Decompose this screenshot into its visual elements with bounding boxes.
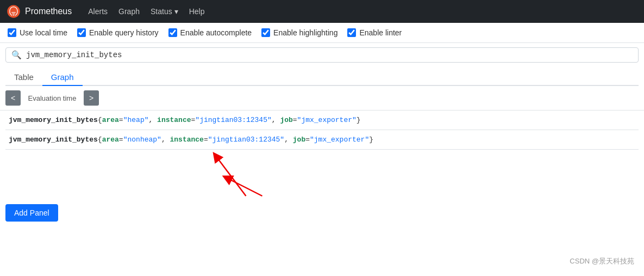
svg-line-7: [227, 178, 262, 196]
svg-rect-3: [13, 15, 15, 16]
options-bar: Use local time Enable query history Enab…: [0, 23, 644, 43]
nav-help[interactable]: Help: [184, 0, 210, 23]
svg-rect-1: [11, 12, 16, 13]
checkbox-use-local-time[interactable]: [8, 28, 16, 37]
nav-status[interactable]: Status ▾: [145, 0, 184, 23]
result-row-2: jvm_memory_init_bytes{area="nonheap", in…: [5, 130, 639, 150]
eval-label: Evaluation time: [25, 94, 79, 102]
option-use-local-time[interactable]: Use local time: [8, 28, 67, 37]
checkbox-enable-linter[interactable]: [347, 28, 356, 37]
tabs: Table Graph: [5, 67, 639, 86]
eval-prev-button[interactable]: <: [5, 90, 21, 106]
eval-next-button[interactable]: >: [84, 90, 99, 106]
checkbox-enable-autocomplete[interactable]: [168, 28, 177, 37]
option-enable-query-history[interactable]: Enable query history: [77, 28, 159, 37]
option-enable-autocomplete[interactable]: Enable autocomplete: [168, 28, 252, 37]
eval-row: < Evaluation time >: [0, 86, 644, 111]
option-enable-highlighting[interactable]: Enable highlighting: [261, 28, 337, 37]
dropdown-arrow-icon: ▾: [174, 7, 178, 16]
checkbox-enable-highlighting[interactable]: [261, 28, 270, 37]
brand-name: Prometheus: [25, 7, 72, 16]
brand-link[interactable]: Prometheus: [7, 4, 72, 19]
prometheus-logo: [7, 4, 21, 19]
nav-alerts[interactable]: Alerts: [83, 0, 113, 23]
red-arrows-svg: [5, 150, 639, 199]
svg-line-5: [216, 156, 246, 196]
option-enable-linter[interactable]: Enable linter: [347, 28, 402, 37]
search-bar: 🔍: [5, 47, 639, 63]
checkbox-enable-query-history[interactable]: [77, 28, 86, 37]
result-row-1: jvm_memory_init_bytes{area="heap", insta…: [5, 111, 639, 130]
add-panel-button[interactable]: Add Panel: [5, 204, 58, 222]
nav-graph[interactable]: Graph: [113, 0, 145, 23]
navbar: Prometheus Alerts Graph Status ▾ Help: [0, 0, 644, 23]
results-container: jvm_memory_init_bytes{area="heap", insta…: [5, 111, 639, 150]
annotation-arrows: [5, 150, 639, 199]
tab-graph[interactable]: Graph: [42, 69, 83, 86]
search-icon: 🔍: [11, 50, 22, 60]
tab-table[interactable]: Table: [5, 69, 42, 86]
search-input[interactable]: [26, 51, 633, 59]
add-panel-section: Add Panel: [0, 199, 644, 232]
svg-rect-2: [12, 14, 15, 14]
